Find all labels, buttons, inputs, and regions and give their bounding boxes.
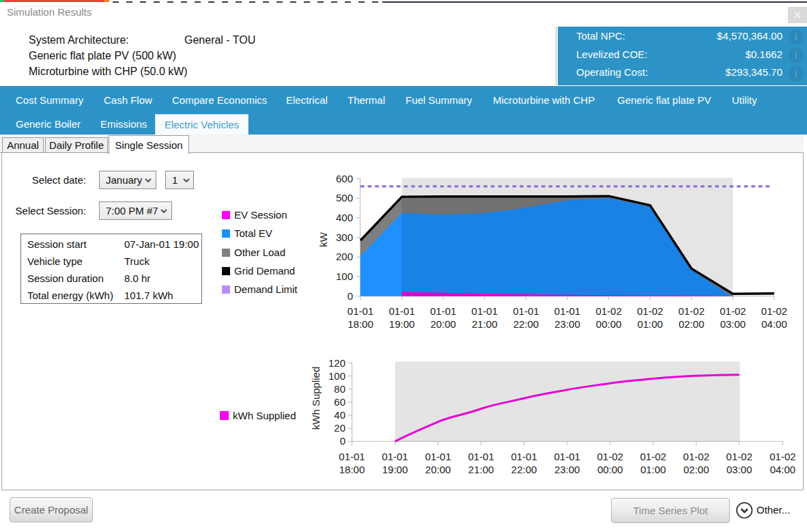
svg-text:20: 20 [334,422,345,434]
svg-text:01-02: 01-02 [761,305,787,317]
svg-text:400: 400 [336,212,353,223]
svg-text:01-02: 01-02 [683,451,709,462]
svg-text:19:00: 19:00 [382,464,408,475]
svg-text:19:00: 19:00 [389,318,415,330]
svg-text:00:00: 00:00 [597,464,623,475]
svg-text:22:00: 22:00 [511,464,537,475]
svg-text:01-02: 01-02 [640,451,666,462]
svg-text:0: 0 [340,435,345,447]
svg-text:0: 0 [348,290,353,302]
svg-text:00:00: 00:00 [596,318,622,330]
svg-text:80: 80 [334,383,345,395]
svg-text:01-01: 01-01 [472,305,498,317]
svg-text:04:00: 04:00 [761,318,787,330]
svg-text:60: 60 [334,396,345,408]
svg-text:01-01: 01-01 [430,305,456,317]
svg-text:02:00: 02:00 [679,318,705,330]
svg-text:100: 100 [328,370,345,382]
svg-text:01-01: 01-01 [348,305,373,317]
svg-text:21:00: 21:00 [472,318,498,330]
svg-text:600: 600 [336,173,353,184]
svg-text:01-01: 01-01 [425,451,451,462]
svg-text:01:00: 01:00 [637,318,663,330]
svg-text:01-01: 01-01 [554,305,580,317]
svg-text:120: 120 [328,357,345,369]
svg-text:03:00: 03:00 [726,464,752,475]
svg-text:01-01: 01-01 [554,451,580,462]
svg-text:01-01: 01-01 [513,305,539,317]
svg-text:500: 500 [336,192,353,204]
svg-text:40: 40 [334,409,345,421]
svg-text:18:00: 18:00 [348,318,373,330]
svg-text:01-02: 01-02 [597,451,623,462]
svg-text:20:00: 20:00 [430,318,456,330]
svg-text:01-02: 01-02 [637,305,663,317]
svg-text:kW: kW [317,232,329,247]
svg-text:01-02: 01-02 [769,451,795,462]
svg-text:03:00: 03:00 [720,318,746,330]
svg-text:02:00: 02:00 [683,464,709,475]
svg-text:01-02: 01-02 [679,305,705,317]
svg-text:100: 100 [336,270,353,282]
svg-text:01-01: 01-01 [339,451,365,462]
svg-text:01-02: 01-02 [720,305,746,317]
svg-text:20:00: 20:00 [425,464,451,475]
svg-text:01-01: 01-01 [382,451,408,462]
svg-text:01-01: 01-01 [468,451,494,462]
svg-text:22:00: 22:00 [513,318,539,330]
svg-text:01-02: 01-02 [595,305,621,317]
svg-text:01-02: 01-02 [726,451,752,462]
svg-text:23:00: 23:00 [554,464,580,475]
svg-text:21:00: 21:00 [468,464,494,475]
svg-text:23:00: 23:00 [554,318,580,330]
svg-text:kWh Supplied: kWh Supplied [310,367,322,430]
svg-text:300: 300 [336,232,353,243]
svg-text:04:00: 04:00 [770,464,796,475]
svg-text:01:00: 01:00 [640,464,666,475]
svg-text:200: 200 [336,251,353,262]
svg-text:01-01: 01-01 [388,305,414,317]
svg-text:01-01: 01-01 [511,451,537,462]
svg-text:18:00: 18:00 [339,464,365,475]
